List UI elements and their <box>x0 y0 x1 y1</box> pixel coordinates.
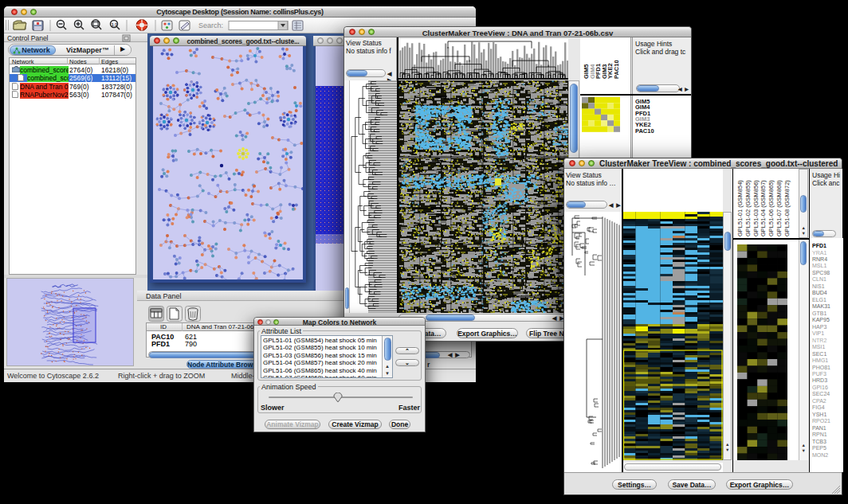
svg-text:1:1: 1:1 <box>112 22 117 27</box>
svg-text:Search:: Search: <box>198 21 223 29</box>
